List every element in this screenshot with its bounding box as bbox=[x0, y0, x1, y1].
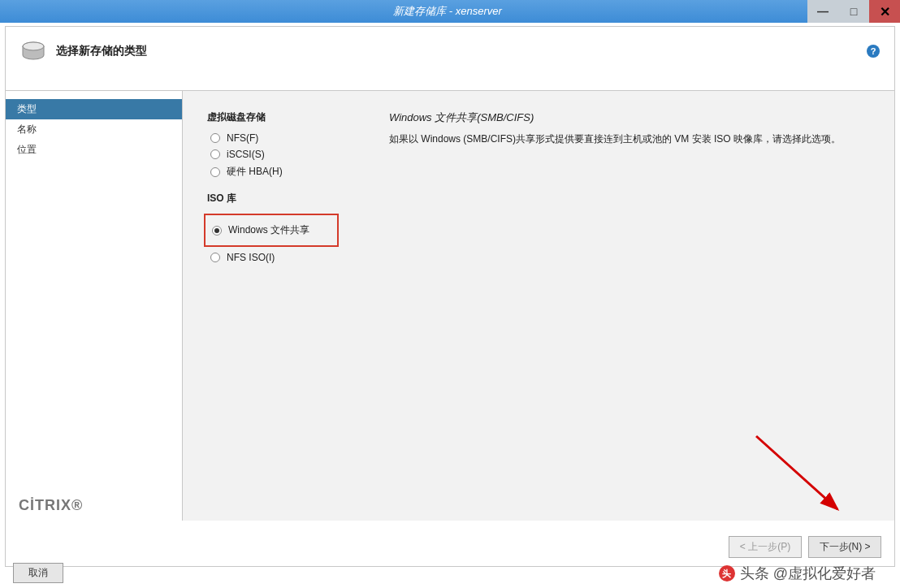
radio-hba[interactable]: 硬件 HBA(H) bbox=[210, 165, 378, 179]
highlight-selection: Windows 文件共享 bbox=[204, 214, 339, 247]
watermark: 头 头条 @虚拟化爱好者 bbox=[719, 564, 876, 583]
radio-label: NFS(F) bbox=[227, 132, 258, 144]
help-icon[interactable]: ? bbox=[867, 45, 880, 58]
minimize-button[interactable]: — bbox=[807, 0, 838, 23]
titlebar: 新建存储库 - xenserver — □ ✕ bbox=[0, 0, 900, 23]
group-vdisk-title: 虚拟磁盘存储 bbox=[207, 110, 378, 124]
description-title: Windows 文件共享(SMB/CIFS) bbox=[389, 110, 870, 125]
radio-windows-share[interactable]: Windows 文件共享 bbox=[212, 223, 337, 237]
radio-nfs-iso[interactable]: NFS ISO(I) bbox=[210, 252, 378, 263]
radio-icon bbox=[212, 226, 222, 236]
radio-label: iSCSI(S) bbox=[227, 149, 265, 160]
radio-icon bbox=[210, 167, 220, 177]
step-location[interactable]: 位置 bbox=[6, 140, 182, 160]
wizard-body: 类型 名称 位置 虚拟磁盘存储 NFS(F) iSCSI(S) 硬件 HBA(H… bbox=[6, 90, 894, 521]
description-column: Windows 文件共享(SMB/CIFS) 如果以 Windows (SMB/… bbox=[378, 110, 870, 501]
radio-icon bbox=[210, 253, 220, 262]
storage-icon bbox=[20, 41, 46, 61]
citrix-logo: CİTRIX® bbox=[19, 497, 83, 514]
wizard-steps: 类型 名称 位置 bbox=[6, 91, 183, 521]
cancel-button[interactable]: 取消 bbox=[13, 563, 63, 583]
step-type[interactable]: 类型 bbox=[6, 99, 182, 119]
svg-point-1 bbox=[23, 42, 44, 50]
wizard-content: 虚拟磁盘存储 NFS(F) iSCSI(S) 硬件 HBA(H) ISO 库 bbox=[183, 91, 894, 521]
watermark-text: 头条 @虚拟化爱好者 bbox=[740, 564, 876, 583]
radio-label: Windows 文件共享 bbox=[228, 223, 309, 237]
wizard-nav: < 上一步(P) 下一步(N) > bbox=[729, 536, 881, 558]
close-button[interactable]: ✕ bbox=[869, 0, 900, 23]
next-button[interactable]: 下一步(N) > bbox=[808, 536, 881, 558]
options-column: 虚拟磁盘存储 NFS(F) iSCSI(S) 硬件 HBA(H) ISO 库 bbox=[207, 110, 378, 501]
window-title: 新建存储库 - xenserver bbox=[88, 4, 807, 19]
watermark-logo-icon: 头 bbox=[719, 565, 735, 582]
radio-iscsi[interactable]: iSCSI(S) bbox=[210, 149, 378, 160]
description-body: 如果以 Windows (SMB/CIFS)共享形式提供要直接连到主机或池的 V… bbox=[389, 132, 870, 146]
group-iso-title: ISO 库 bbox=[207, 192, 378, 205]
radio-icon bbox=[210, 133, 220, 143]
maximize-button[interactable]: □ bbox=[838, 0, 869, 23]
step-name[interactable]: 名称 bbox=[6, 119, 182, 140]
radio-label: NFS ISO(I) bbox=[227, 252, 275, 263]
radio-nfs[interactable]: NFS(F) bbox=[210, 132, 378, 144]
radio-icon bbox=[210, 149, 220, 159]
banner-heading: 选择新存储的类型 bbox=[56, 44, 147, 58]
radio-label: 硬件 HBA(H) bbox=[227, 165, 283, 179]
main-frame: 选择新存储的类型 ? 类型 名称 位置 虚拟磁盘存储 NFS(F) iSCSI(… bbox=[5, 26, 895, 567]
window-controls: — □ ✕ bbox=[807, 0, 900, 23]
wizard-banner: 选择新存储的类型 ? bbox=[6, 27, 894, 76]
prev-button: < 上一步(P) bbox=[729, 536, 802, 558]
